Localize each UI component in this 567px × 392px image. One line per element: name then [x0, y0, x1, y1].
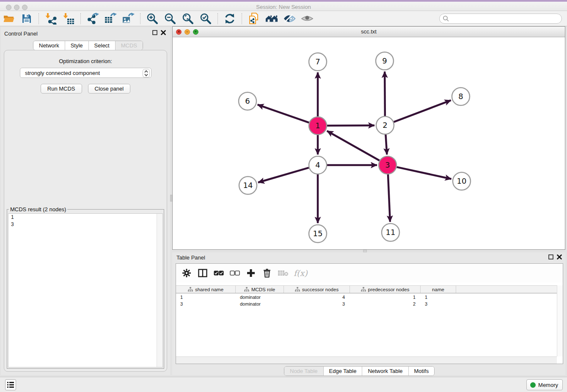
graph-node-label: 14 [243, 181, 253, 190]
copy-network-button[interactable] [248, 12, 260, 25]
hide-selected-button[interactable] [283, 12, 296, 25]
run-mcds-button[interactable]: Run MCDS [41, 84, 82, 94]
network-canvas[interactable]: 7968124314101511 [173, 37, 565, 249]
export-network-button[interactable] [86, 12, 99, 25]
show-all-button[interactable] [301, 12, 314, 25]
column-header-label: MCDS role [251, 287, 275, 292]
optimization-criterion-dropdown[interactable]: strongly connected component [20, 68, 151, 78]
column-type-icon [244, 287, 249, 292]
graph-node-label: 10 [457, 177, 467, 185]
close-table-panel-icon[interactable] [557, 254, 562, 259]
column-header-name[interactable]: name [421, 286, 456, 293]
column-header-successor-nodes[interactable]: successor nodes [284, 286, 350, 293]
table-row[interactable]: 1dominator411 [176, 294, 557, 301]
dropdown-value: strongly connected component [25, 70, 100, 76]
table-horizontal-scrollbar[interactable] [176, 356, 557, 364]
unchecked-boxes-icon [230, 271, 240, 276]
select-all-columns-button[interactable] [213, 268, 224, 279]
graph-node-label: 15 [313, 229, 323, 238]
tab-select[interactable]: Select [88, 41, 115, 50]
graph-edge-3-10[interactable] [396, 167, 451, 179]
column-header-shared-name[interactable]: shared name [176, 286, 236, 293]
refresh-icon [224, 13, 236, 25]
graph-edge-4-14[interactable] [258, 168, 309, 182]
graph-edge-3-11[interactable] [388, 174, 390, 222]
graph-edge-1-2[interactable] [327, 125, 374, 126]
zoom-fit-button[interactable] [182, 12, 194, 25]
tab-edge-table[interactable]: Edge Table [323, 367, 362, 375]
import-network-button[interactable] [44, 12, 57, 25]
optimization-criterion-label: Optimization criterion: [4, 58, 167, 64]
zoom-in-icon [146, 13, 158, 25]
mcds-result-group: MCDS result (2 nodes) 13 [7, 206, 164, 369]
delete-table-icon [278, 270, 289, 276]
toolbar-separator [217, 13, 218, 24]
export-network-icon [86, 13, 99, 25]
memory-label: Memory [538, 382, 558, 388]
column-header-MCDS-role[interactable]: MCDS role [236, 286, 284, 293]
tab-motifs[interactable]: Motifs [408, 367, 435, 375]
control-panel-title: Control Panel [4, 30, 38, 37]
task-history-button[interactable] [5, 379, 16, 390]
search-field[interactable] [439, 14, 562, 24]
memory-button[interactable]: Memory [526, 379, 563, 390]
network-view-window: ✕ − + scc.txt 7968124314101511 [172, 26, 565, 250]
zoom-selected-button[interactable] [199, 12, 212, 25]
graph-node-label: 11 [386, 228, 396, 237]
mcds-result-lines: 13 [8, 214, 162, 228]
save-session-button[interactable] [20, 12, 33, 25]
export-table-button[interactable] [104, 12, 117, 25]
graph-node-label: 9 [382, 56, 387, 65]
open-folder-icon [3, 13, 15, 24]
import-network-icon [45, 13, 57, 25]
close-panel-icon[interactable] [161, 30, 166, 35]
copy-network-file-icon [248, 12, 260, 25]
add-column-button[interactable] [245, 268, 256, 279]
table-row[interactable]: 3dominator323 [176, 301, 557, 307]
graph-node-label: 2 [383, 121, 387, 130]
open-session-button[interactable] [3, 12, 15, 25]
float-panel-icon[interactable] [152, 30, 157, 35]
column-header-label: name [432, 287, 444, 292]
table-vertical-scrollbar[interactable] [557, 285, 563, 356]
tab-mcds[interactable]: MCDS [115, 41, 143, 50]
column-header-predecessor-nodes[interactable]: predecessor nodes [350, 286, 421, 293]
dropdown-stepper-icon [143, 69, 150, 77]
delete-column-button[interactable] [261, 268, 272, 279]
toggle-column-panel-button[interactable] [197, 268, 208, 279]
graph-edge-2-3[interactable] [385, 135, 387, 155]
graph-edge-1-6[interactable] [258, 105, 309, 122]
tab-network[interactable]: Network [33, 41, 65, 50]
table-cell: 2 [350, 301, 421, 307]
zoom-in-button[interactable] [146, 12, 159, 25]
float-table-panel-icon[interactable] [548, 254, 553, 259]
table-header-row: shared nameMCDS rolesuccessor nodesprede… [176, 285, 557, 293]
mcds-result-list[interactable]: 13 [8, 213, 163, 367]
zoom-selected-icon [200, 13, 212, 25]
control-panel: Control Panel NetworkStyleSelectMCDS Opt… [1, 27, 170, 375]
result-scrollbar[interactable] [157, 214, 162, 367]
checked-boxes-icon [214, 271, 224, 276]
tab-style[interactable]: Style [65, 41, 88, 50]
graph-node-label: 6 [245, 97, 250, 105]
tab-node-table[interactable]: Node Table [284, 367, 323, 375]
graph-edge-2-8[interactable] [394, 100, 451, 122]
table-settings-button[interactable] [181, 268, 192, 279]
network-window-titlebar[interactable]: ✕ − + scc.txt [173, 27, 565, 37]
close-panel-button[interactable]: Close panel [88, 84, 131, 94]
refresh-view-button[interactable] [223, 12, 236, 25]
graph-edge-3-1[interactable] [327, 131, 380, 160]
mcds-result-line: 3 [8, 221, 162, 228]
search-input[interactable] [439, 14, 562, 24]
list-icon [7, 382, 14, 388]
import-table-button[interactable] [62, 12, 75, 25]
export-image-button[interactable] [122, 12, 135, 25]
first-neighbors-button[interactable] [265, 12, 278, 25]
graph-edge-2-9[interactable] [385, 72, 385, 116]
tab-network-table[interactable]: Network Table [362, 367, 408, 375]
deselect-all-columns-button[interactable] [229, 268, 240, 279]
mcds-result-line: 1 [8, 214, 162, 221]
zoom-out-button[interactable] [164, 12, 176, 25]
import-table-icon [63, 13, 74, 25]
table-cell: 4 [284, 294, 350, 301]
